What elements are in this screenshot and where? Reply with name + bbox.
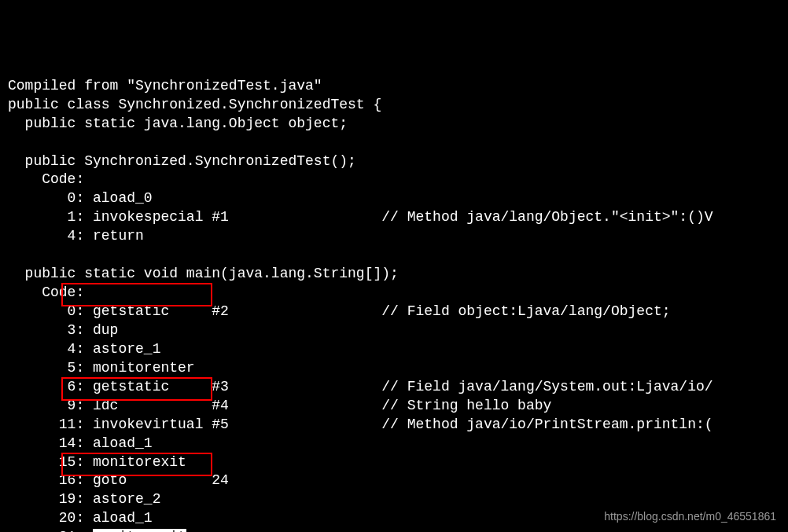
selected-text: monitorexit [93,529,186,532]
code-line [8,134,788,152]
code-line: public Synchronized.SynchronizedTest(); [8,152,788,171]
code-line: 0: aload_0 [8,189,788,208]
code-line-highlighted: 21: monitorexit [8,528,788,532]
code-line: 6: getstatic #3 // Field java/lang/Syste… [8,378,788,397]
code-line: 9: ldc #4 // String hello baby [8,397,788,416]
code-line: 5: monitorenter [8,359,788,378]
code-line: public static void main(java.lang.String… [8,265,788,284]
code-line: Compiled from "SynchronizedTest.java" [8,77,788,96]
code-line: public class Synchronized.SynchronizedTe… [8,96,788,115]
watermark-text: https://blog.csdn.net/m0_46551861 [604,509,776,524]
code-line [8,246,788,265]
code-line: 19: astore_2 [8,490,788,509]
code-line: 3: dup [8,321,788,340]
code-line: 1: invokespecial #1 // Method java/lang/… [8,208,788,227]
code-line: 0: getstatic #2 // Field object:Ljava/la… [8,303,788,321]
code-line: 16: goto 24 [8,471,788,490]
code-line: public static java.lang.Object object; [8,115,788,134]
code-line: 11: invokevirtual #5 // Method java/io/P… [8,416,788,435]
code-line: 14: aload_1 [8,435,788,453]
code-line: Code: [8,284,788,303]
code-line: 4: return [8,227,788,246]
bytecode-output: Compiled from "SynchronizedTest.java"pub… [8,77,788,532]
code-line: 4: astore_1 [8,340,788,359]
code-line: Code: [8,171,788,189]
code-line: 15: monitorexit [8,453,788,472]
